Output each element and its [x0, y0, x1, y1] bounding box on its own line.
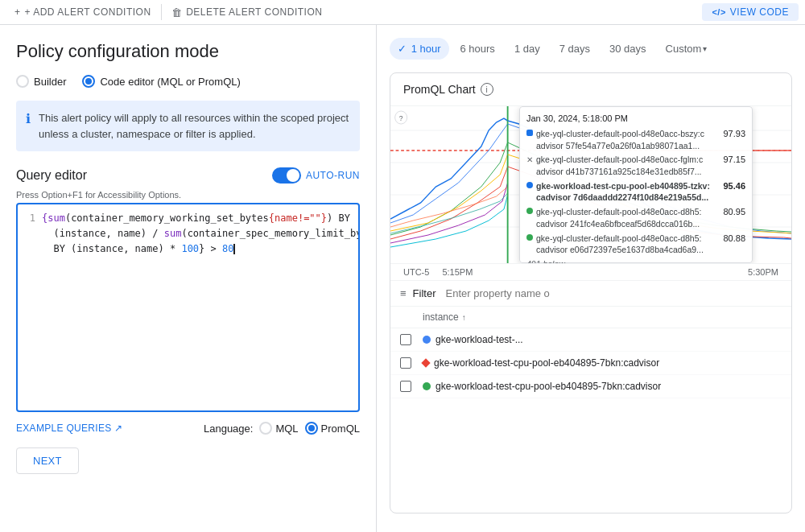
auto-run-label: AUTO-RUN [306, 170, 360, 181]
table-header: instance ↑ [390, 307, 791, 328]
chart-title: PromQL Chart [403, 83, 476, 96]
info-text: This alert policy will apply to all reso… [39, 110, 350, 142]
filter-input[interactable] [445, 287, 782, 299]
row-2-checkbox[interactable] [400, 357, 423, 369]
tab-1hour[interactable]: ✓ 1 hour [390, 38, 449, 60]
tab-7days[interactable]: 7 days [551, 38, 598, 60]
tooltip-dot-1 [526, 130, 533, 136]
line-number-1: 1 [24, 211, 35, 226]
tab-6hours[interactable]: 6 hours [452, 38, 503, 60]
tooltip-name-5: gke-yql-cluster-default-pool-d48e0acc-d8… [536, 233, 720, 256]
tooltip-date: Jan 30, 2024, 5:18:00 PM [526, 113, 745, 123]
table-row-2[interactable]: gke-workload-test-cpu-pool-eb404895-7bkn… [390, 352, 791, 375]
chart-area: ? Jan 30, 2024, 5:18:00 PM gke-yql-clust… [390, 106, 791, 263]
builder-radio-circle [16, 75, 29, 88]
tooltip-name-4: gke-yql-cluster-default-pool-d48e0acc-d8… [536, 206, 720, 229]
code-editor[interactable]: 1 {sum(container_memory_working_set_byte… [16, 203, 360, 412]
svg-text:?: ? [399, 114, 403, 122]
code-line-1: 1 {sum(container_memory_working_set_byte… [24, 211, 352, 226]
tooltip-row-3: gke-workload-test-cpu-pool-eb404895-tzkv… [526, 180, 745, 204]
language-selector: Language: MQL PromQL [204, 422, 360, 435]
tooltip-row-4: gke-yql-cluster-default-pool-d48e0acc-d8… [526, 206, 745, 229]
sort-icon: ↑ [462, 313, 466, 322]
code-line-2-content: (instance, name) / sum(container_spec_me… [42, 226, 360, 241]
next-button[interactable]: NEXT [16, 447, 79, 474]
add-icon: + [14, 6, 21, 18]
tooltip-val-4: 80.95 [723, 206, 745, 218]
chart-info-icon[interactable]: i [481, 83, 493, 96]
right-panel: ✓ 1 hour 6 hours 1 day 7 days 30 days Cu… [377, 25, 805, 532]
tooltip-dot-4 [526, 208, 533, 214]
query-editor-header: Query editor AUTO-RUN [16, 167, 360, 184]
tooltip-below: 491 below [526, 258, 745, 263]
add-alert-button[interactable]: + + ADD ALERT CONDITION [6, 0, 159, 24]
promql-radio[interactable]: PromQL [305, 422, 360, 435]
table-row-1[interactable]: gke-workload-test-... [390, 328, 791, 352]
tooltip-dot-5 [526, 234, 533, 241]
mode-radio-group: Builder Code editor (MQL or PromQL) [16, 75, 360, 88]
timeline-midpoint: 5:15PM [442, 267, 473, 277]
row-2-name: gke-workload-test-cpu-pool-eb404895-7bkn… [434, 357, 659, 369]
tooltip-val-3: 95.46 [723, 180, 745, 192]
row-3-checkbox[interactable] [400, 381, 423, 392]
example-queries-link[interactable]: EXAMPLE QUERIES ↗ [16, 423, 122, 434]
delete-alert-button[interactable]: 🗑 DELETE ALERT CONDITION [163, 0, 331, 24]
tooltip-row-5: gke-yql-cluster-default-pool-d48e0acc-d8… [526, 233, 745, 256]
filter-label: Filter [413, 287, 436, 299]
code-editor-label: Code editor (MQL or PromQL) [100, 76, 240, 88]
promql-radio-circle [305, 422, 318, 435]
code-editor-radio[interactable]: Code editor (MQL or PromQL) [82, 75, 240, 88]
code-line-3-content: BY (instance, name) * 100} > 80 [42, 241, 235, 257]
line-number-3 [24, 241, 35, 257]
code-line-2: (instance, name) / sum(container_spec_me… [24, 226, 352, 241]
tooltip-dot-3 [526, 182, 533, 188]
filter-icon: ≡ [400, 287, 407, 299]
tab-1day[interactable]: 1 day [506, 38, 548, 60]
line-number-2 [24, 226, 35, 241]
row-1-dot [423, 336, 431, 344]
row-1-name: gke-workload-test-... [436, 334, 523, 345]
builder-radio[interactable]: Builder [16, 75, 66, 88]
toolbar: + + ADD ALERT CONDITION 🗑 DELETE ALERT C… [0, 0, 805, 25]
row-2-dot [421, 358, 430, 367]
page-title: Policy configuration mode [16, 41, 360, 62]
auto-run-toggle[interactable]: AUTO-RUN [272, 167, 360, 184]
code-icon: </> [712, 7, 725, 17]
table-row-3[interactable]: gke-workload-test-cpu-pool-eb404895-7bkn… [390, 375, 791, 398]
mql-radio-circle [259, 422, 272, 435]
tooltip-name-3: gke-workload-test-cpu-pool-eb404895-tzkv… [536, 180, 720, 204]
tooltip-name-1: gke-yql-cluster-default-pool-d48e0acc-bs… [536, 128, 720, 151]
chevron-down-icon: ▾ [703, 44, 707, 53]
tooltip-row-6: 491 below [526, 258, 745, 263]
promql-label: PromQL [321, 423, 360, 435]
column-label: instance [423, 311, 459, 323]
mql-label: MQL [275, 423, 298, 435]
tab-30days[interactable]: 30 days [601, 38, 654, 60]
left-panel: Policy configuration mode Builder Code e… [0, 25, 377, 532]
accessibility-hint: Press Option+F1 for Accessibility Option… [16, 190, 360, 200]
tooltip-row-1: gke-yql-cluster-default-pool-d48e0acc-bs… [526, 128, 745, 151]
tooltip-val-2: 97.15 [723, 154, 745, 166]
instance-column-header[interactable]: instance ↑ [423, 311, 782, 323]
delete-alert-label: DELETE ALERT CONDITION [186, 6, 322, 18]
tooltip-val-5: 80.88 [723, 233, 745, 245]
timeline-tz: UTC-5 [403, 267, 429, 277]
chart-timeline: UTC-5 5:15PM 5:30PM [390, 263, 791, 280]
filter-row: ≡ Filter [390, 280, 791, 307]
time-tabs: ✓ 1 hour 6 hours 1 day 7 days 30 days Cu… [390, 38, 792, 60]
language-label: Language: [204, 423, 253, 435]
chart-container: PromQL Chart i [390, 72, 792, 513]
toolbar-separator [161, 4, 162, 20]
info-icon: ℹ [26, 111, 31, 126]
tooltip-row-2: ✕ gke-yql-cluster-default-pool-d48e0acc-… [526, 154, 745, 177]
view-code-button[interactable]: </> VIEW CODE [702, 3, 799, 21]
query-editor-title: Query editor [16, 168, 87, 183]
checkmark-icon: ✓ [398, 43, 407, 55]
mql-radio[interactable]: MQL [259, 422, 298, 435]
main-content: Policy configuration mode Builder Code e… [0, 25, 805, 532]
toggle-switch[interactable] [272, 167, 301, 184]
add-alert-label: + ADD ALERT CONDITION [25, 6, 151, 18]
row-1-checkbox[interactable] [400, 334, 423, 345]
tab-custom[interactable]: Custom ▾ [658, 38, 716, 60]
chart-tooltip: Jan 30, 2024, 5:18:00 PM gke-yql-cluster… [519, 106, 753, 263]
